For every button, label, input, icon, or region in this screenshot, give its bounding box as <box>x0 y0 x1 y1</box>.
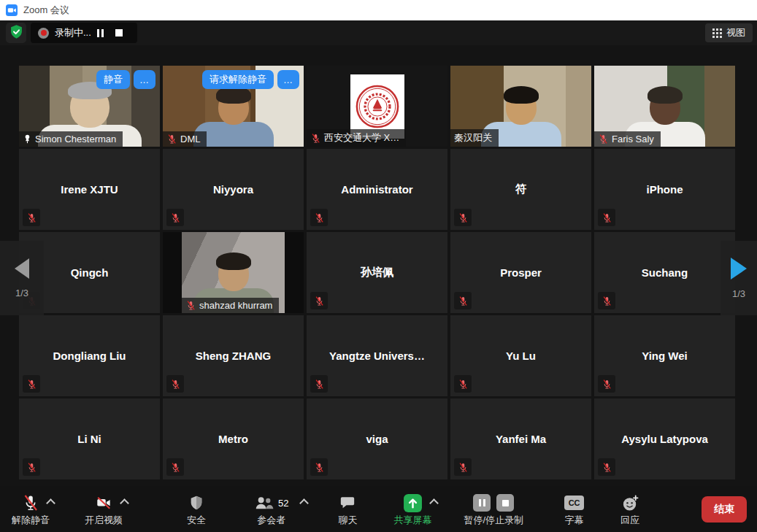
participant-tile-2[interactable]: 请求解除静音…DML <box>163 66 304 147</box>
toolbar-share-screen-button[interactable]: 共享屏幕 <box>393 493 431 525</box>
page-indicator: 1/3 <box>732 288 745 299</box>
chevron-up-icon[interactable] <box>46 498 55 508</box>
muted-mic-icon <box>23 458 40 476</box>
participant-name-tag: Faris Saly <box>594 131 661 147</box>
grid-view-icon <box>712 28 722 38</box>
participant-tile-16[interactable]: Dongliang Liu <box>19 315 160 396</box>
participant-tile-5[interactable]: Faris Saly <box>594 66 735 147</box>
tile-more-options-button[interactable]: … <box>134 70 155 89</box>
participant-name: 西安交通大学 X… <box>324 131 399 144</box>
toolbar-chat-button[interactable]: 聊天 <box>338 493 357 525</box>
muted-mic-icon <box>166 375 184 393</box>
tile-mute-button[interactable]: 请求解除静音 <box>202 70 274 89</box>
muted-mic-icon <box>310 458 328 476</box>
muted-mic-icon <box>454 209 472 226</box>
muted-mic-icon <box>598 375 615 393</box>
participant-tile-13[interactable]: 孙培佩 <box>307 232 447 313</box>
participant-tile-1[interactable]: 静音…Simon Chesterman <box>19 66 160 147</box>
participant-tile-12[interactable]: shahzad khurram <box>163 232 304 313</box>
muted-mic-icon <box>166 209 184 226</box>
toolbar-captions-button[interactable]: CC字幕 <box>564 493 584 525</box>
muted-mic-icon <box>598 458 615 476</box>
cc-icon: CC <box>564 496 584 510</box>
tile-more-options-button[interactable]: … <box>277 70 299 89</box>
participant-tile-23[interactable]: viga <box>307 398 447 479</box>
participant-tile-25[interactable]: Aysylu Latypova <box>594 398 735 479</box>
participant-tile-9[interactable]: 符 <box>450 149 591 230</box>
toolbar-label: 解除静音 <box>12 515 50 525</box>
participant-tile-18[interactable]: Yangtze Univers… <box>307 315 447 396</box>
participant-name-tag: DML <box>163 131 207 147</box>
participant-tile-21[interactable]: Li Ni <box>19 398 160 479</box>
security-shield-button[interactable] <box>6 23 26 43</box>
grid-page-prev-button[interactable]: 1/3 <box>0 241 44 315</box>
pause-recording-button[interactable] <box>91 26 109 40</box>
participant-name: shahzad khurram <box>199 300 272 311</box>
tile-button-group: 静音… <box>96 70 155 89</box>
arrow-right-icon <box>731 258 747 280</box>
toolbar-start-video-button[interactable]: 开启视频 <box>85 493 123 525</box>
muted-mic-icon <box>598 209 615 226</box>
cam-off-white-icon <box>94 495 113 511</box>
stop-recording-button[interactable] <box>109 26 128 39</box>
pin-icon <box>23 134 32 144</box>
grid-page-next-button[interactable]: 1/3 <box>721 241 757 315</box>
toolbar-label: 暂停/停止录制 <box>464 515 523 525</box>
participant-name-tag: 西安交通大学 X… <box>307 129 406 147</box>
toolbar-reactions-button[interactable]: 回应 <box>620 493 639 525</box>
toolbar-label: 参会者 <box>257 515 285 525</box>
end-meeting-button[interactable]: 结束 <box>702 496 747 523</box>
recording-label: 录制中... <box>55 26 91 39</box>
participant-tile-15[interactable]: Suchang <box>594 232 735 313</box>
participant-name: DML <box>180 134 200 144</box>
muted-mic-icon <box>185 300 196 311</box>
zoom-camera-logo-icon <box>6 4 18 16</box>
participant-tile-14[interactable]: Prosper <box>450 232 591 313</box>
muted-mic-icon <box>166 134 177 144</box>
participant-tile-8[interactable]: Administrator <box>307 149 447 230</box>
chevron-up-icon[interactable] <box>120 498 129 508</box>
muted-mic-icon <box>166 458 184 476</box>
participant-name: Simon Chesterman <box>35 134 116 144</box>
toolbar-label: 字幕 <box>565 515 584 525</box>
participant-tile-22[interactable]: Metro <box>163 398 304 479</box>
participant-tile-24[interactable]: Yanfei Ma <box>450 398 591 479</box>
share-icon <box>403 493 423 513</box>
chevron-up-icon[interactable] <box>429 498 439 508</box>
pause-stop-icon <box>470 494 517 512</box>
participant-name-tag: shahzad khurram <box>182 298 279 313</box>
participant-tile-19[interactable]: Yu Lu <box>450 315 591 396</box>
bottom-toolbar: 解除静音开启视频安全52参会者聊天共享屏幕暂停/停止录制CC字幕回应 结束 <box>0 486 757 532</box>
participant-tile-7[interactable]: Niyyora <box>163 149 304 230</box>
participant-name-tag: Simon Chesterman <box>19 131 123 147</box>
chevron-up-icon[interactable] <box>300 498 310 508</box>
muted-mic-icon <box>454 292 472 309</box>
participant-tile-4[interactable]: 秦汉阳关 <box>450 66 591 147</box>
participant-tile-20[interactable]: Ying Wei <box>594 315 735 396</box>
toolbar-label: 回应 <box>620 515 639 525</box>
participant-tile-17[interactable]: Sheng ZHANG <box>163 315 304 396</box>
muted-mic-icon <box>310 292 328 309</box>
toolbar-unmute-button[interactable]: 解除静音 <box>12 493 50 525</box>
participant-tile-6[interactable]: Irene XJTU <box>19 149 160 230</box>
participant-tile-10[interactable]: iPhone <box>594 149 735 230</box>
participant-name: Faris Saly <box>612 134 654 144</box>
tile-button-group: 请求解除静音… <box>202 70 299 89</box>
view-button[interactable]: 视图 <box>705 23 753 42</box>
participant-count: 52 <box>278 498 288 509</box>
muted-mic-icon <box>454 458 472 476</box>
participant-tile-3[interactable]: 西安交通大学 X… <box>307 66 447 147</box>
toolbar-record-controls-button[interactable]: 暂停/停止录制 <box>464 493 523 525</box>
arrow-left-icon <box>15 258 29 279</box>
mic-off-white-icon <box>22 494 39 512</box>
tile-mute-button[interactable]: 静音 <box>96 70 130 89</box>
toolbar-label: 共享屏幕 <box>393 515 431 525</box>
toolbar-security-button[interactable]: 安全 <box>187 493 206 525</box>
muted-mic-icon <box>23 209 40 226</box>
window-title: Zoom 会议 <box>23 4 69 17</box>
page-indicator: 1/3 <box>15 288 28 298</box>
toolbar-participants-button[interactable]: 52参会者 <box>254 493 288 525</box>
muted-mic-icon <box>23 375 40 393</box>
muted-mic-icon <box>310 133 321 144</box>
chat-icon <box>339 495 356 511</box>
